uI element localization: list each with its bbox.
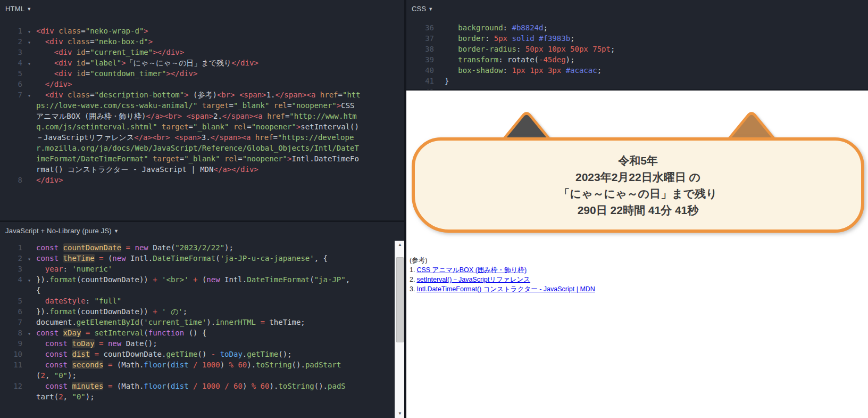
code-token: "neko-box-d"	[95, 37, 148, 46]
fold-arrow-icon[interactable]: ▾	[22, 91, 36, 101]
code-token	[36, 297, 45, 305]
code-row: 1const countDownDate = new Date("2023/2/…	[0, 242, 404, 253]
fold-arrow-icon[interactable]: ▾	[22, 37, 36, 48]
fold-arrow-icon[interactable]: ▾	[22, 275, 36, 286]
code-token	[566, 45, 570, 53]
code-token	[198, 360, 202, 369]
code-token: 50px	[570, 45, 588, 53]
code-token	[36, 59, 54, 67]
code-token: ;	[570, 34, 574, 43]
code-token: =	[90, 37, 94, 46]
countdown-line: 290日 22時間 41分 41秒	[559, 202, 717, 218]
code-token	[256, 382, 260, 390]
code-token: ;	[597, 66, 602, 75]
code-token: theTime	[63, 254, 95, 263]
js-panel-header[interactable]: JavaScript + No-Library (pure JS)▼	[0, 222, 404, 240]
scrollbar-thumb[interactable]	[396, 257, 404, 342]
css-panel-header[interactable]: CSS▼	[406, 0, 868, 18]
left-horizontal-pane-divider[interactable]	[0, 220, 404, 222]
code-token: );	[68, 371, 77, 380]
code-row: 5 <div id="countdown_timer"></div>	[0, 68, 404, 79]
code-token	[103, 339, 107, 348]
code-token: "full"	[95, 297, 122, 305]
code-token: ,	[63, 392, 72, 401]
js-code-editor[interactable]: 1const countDownDate = new Date("2023/2/…	[0, 240, 404, 402]
code-token: const	[45, 382, 68, 390]
code-row: 4▾}).format(countDownDate)) + '<br>' + (…	[0, 274, 404, 285]
fold-arrow-icon[interactable]: ▾	[22, 59, 36, 69]
code-token: box-shadow	[458, 66, 503, 75]
code-token: <span>	[174, 133, 202, 142]
scrollbar-down-arrow-icon[interactable]: ▼	[395, 409, 405, 418]
code-token	[90, 350, 94, 358]
line-number: 40	[411, 65, 434, 76]
code-token: tart(	[36, 392, 59, 401]
code-token: dist	[171, 360, 189, 369]
css-code-editor[interactable]: 36 background: #b8824d;37 border: 5px so…	[406, 18, 868, 89]
line-number: 3	[4, 47, 22, 58]
reference-number: 1.	[410, 266, 415, 274]
code-token: <div	[54, 59, 72, 67]
code-token: ></div>	[153, 48, 184, 56]
code-token: 1px	[530, 66, 543, 75]
code-row: 8▾const xDay = setInterval(function () {	[0, 327, 404, 338]
code-token: :	[516, 45, 525, 53]
code-token: >	[337, 101, 341, 110]
code-token: getTime	[247, 350, 278, 358]
code-token: rel	[220, 154, 238, 163]
code-token: <br>	[217, 91, 235, 99]
code-token: 「にゃ～にゃ～の日」まで残り	[126, 59, 232, 67]
scrollbar-up-arrow-icon[interactable]: ▲	[395, 241, 405, 249]
reference-link[interactable]: CSS アニマルBOX (囲み枠・飾り枠)	[416, 266, 527, 274]
code-token: floor	[144, 382, 166, 390]
code-token: id	[72, 69, 85, 78]
code-token: =	[90, 91, 94, 99]
js-editor-scrollbar[interactable]: ▲ ▼	[395, 241, 404, 418]
code-token: Intl.	[220, 275, 247, 284]
code-token: Date();	[121, 339, 157, 348]
code-token: %	[252, 382, 256, 390]
code-token: ();	[278, 350, 291, 358]
code-token: "_blank"	[233, 101, 269, 110]
code-token: ></div>	[166, 69, 197, 78]
code-token: "0"	[54, 371, 68, 380]
code-token: target	[157, 122, 189, 131]
code-token: r.mozilla.org/ja/docs/Web/JavaScript/Ref…	[36, 144, 359, 152]
countdown-line: 2023年2月22日水曜日 の	[559, 169, 717, 185]
fold-arrow-icon[interactable]: ▾	[22, 329, 36, 339]
code-token: :	[485, 34, 494, 43]
code-token: const	[36, 329, 59, 337]
line-number: 3	[4, 264, 22, 274]
code-token: <div	[45, 91, 63, 99]
html-panel-header[interactable]: HTML▼	[0, 0, 404, 18]
code-token: "http://www.htm	[289, 112, 356, 120]
code-token: (countDownDate))	[77, 307, 153, 316]
code-token: 2	[59, 392, 63, 401]
code-token: "htt	[343, 91, 361, 99]
code-token: imeFormat/DateTimeFormat"	[36, 154, 148, 163]
code-token: padStart	[305, 360, 341, 369]
code-token: <div	[54, 69, 72, 78]
reference-link[interactable]: Intl.DateTimeFormat() コンストラクター - JavaScr…	[416, 285, 595, 293]
fold-arrow-icon[interactable]: ▾	[22, 254, 36, 265]
code-token: -	[211, 350, 215, 358]
cat-ear-right	[726, 110, 777, 140]
code-token	[36, 382, 45, 390]
code-token: 1.	[266, 91, 276, 99]
code-token: =	[81, 27, 85, 35]
reference-item: 3.Intl.DateTimeFormat() コンストラクター - JavaS…	[410, 284, 595, 294]
references-heading: (参考)	[410, 256, 595, 265]
code-row: 37 border: 5px solid #f3983b;	[406, 33, 868, 44]
code-token: =	[189, 122, 193, 131]
js-editor-pane: JavaScript + No-Library (pure JS)▼ 1cons…	[0, 222, 404, 418]
code-row: 6}).format(countDownDate)) + ' の';	[0, 306, 404, 317]
reference-link[interactable]: setInterval()－JavaScriptリファレンス	[416, 276, 530, 283]
code-token: "label"	[90, 59, 121, 67]
code-row: 7▾ <div class="description-bottom"> (参考)…	[0, 89, 404, 100]
html-code-editor[interactable]: 1▾<div class="neko-wrap-d">2▾ <div class…	[0, 18, 404, 185]
code-token: "noopener"	[252, 122, 296, 131]
line-number: 37	[411, 33, 434, 44]
fold-arrow-icon[interactable]: ▾	[22, 27, 36, 37]
code-token: const	[45, 339, 68, 348]
code-token: DateTimeFormat	[247, 275, 310, 284]
